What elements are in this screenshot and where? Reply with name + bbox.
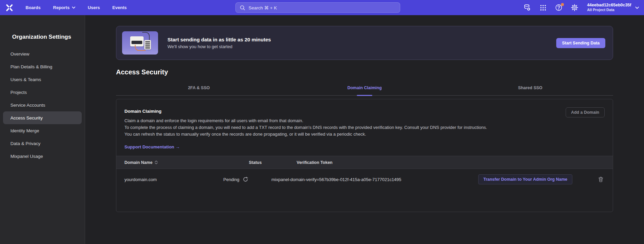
- add-domain-button[interactable]: Add a Domain: [566, 107, 605, 117]
- nav-item-label: Users: [88, 5, 100, 10]
- banner-subtitle: We'll show you how to get started: [167, 44, 271, 49]
- domains-table: Domain Name Status Verification Token yo…: [116, 156, 613, 190]
- project-switcher[interactable]: 44eebad12c65eb0c35f All Project Data: [587, 3, 639, 12]
- primary-nav: Boards Reports Users Events: [26, 5, 127, 10]
- delete-domain-button[interactable]: [598, 176, 604, 182]
- sidebar-item-users-teams[interactable]: Users & Teams: [3, 73, 82, 86]
- onboarding-banner: Start sending data in as little as 20 mi…: [116, 26, 613, 60]
- global-search-input[interactable]: Search ⌘ + K: [235, 2, 400, 13]
- nav-item-users[interactable]: Users: [88, 5, 100, 10]
- tab-domain-claiming[interactable]: Domain Claiming: [282, 85, 448, 95]
- settings-gear-icon[interactable]: [571, 4, 579, 12]
- notification-badge: [561, 3, 564, 6]
- sidebar-item-data-privacy[interactable]: Data & Privacy: [3, 137, 82, 150]
- header-label: Status: [249, 160, 262, 165]
- trash-icon: [598, 176, 604, 182]
- main-content: Start sending data in as little as 20 mi…: [85, 15, 644, 244]
- chevron-down-icon: [635, 6, 639, 9]
- project-labels: 44eebad12c65eb0c35f All Project Data: [587, 3, 631, 12]
- sidebar-title: Organization Settings: [12, 34, 85, 40]
- cell-status: Pending: [223, 177, 271, 182]
- sidebar-item-access-security[interactable]: Access Security: [3, 111, 82, 124]
- apps-grid-icon[interactable]: [539, 4, 547, 12]
- access-security-tabs: 2FA & SSO Domain Claiming Shared SSO: [116, 85, 613, 96]
- status-badge: Pending: [223, 177, 239, 182]
- refresh-icon[interactable]: [243, 177, 248, 182]
- nav-item-label: Boards: [26, 5, 41, 10]
- settings-sidebar: Organization Settings Overview Plan Deta…: [0, 15, 85, 244]
- help-icon[interactable]: [555, 4, 563, 12]
- header-verification-token: Verification Token: [271, 160, 613, 165]
- data-management-icon[interactable]: [523, 4, 531, 12]
- cell-domain-name: yourdomain.com: [116, 177, 223, 182]
- onboarding-illustration: [122, 31, 158, 55]
- header-domain-name[interactable]: Domain Name: [116, 160, 223, 165]
- card-description-3: You can refresh the status to manually v…: [124, 131, 506, 138]
- nav-item-label: Reports: [53, 5, 70, 10]
- header-label: Verification Token: [297, 160, 333, 165]
- domain-claiming-card: Domain Claiming Add a Domain Claim a dom…: [116, 99, 613, 212]
- nav-item-label: Events: [112, 5, 127, 10]
- page-title: Access Security: [116, 68, 613, 76]
- card-description-2: To complete the process of claiming a do…: [124, 124, 506, 131]
- nav-item-reports[interactable]: Reports: [53, 5, 75, 10]
- search-placeholder: Search ⌘ + K: [249, 5, 277, 10]
- sidebar-nav-list: Overview Plan Details & Billing Users & …: [0, 47, 85, 163]
- tab-2fa-sso[interactable]: 2FA & SSO: [116, 85, 282, 95]
- cell-verification-token: mixpanel-domain-verify=567b39be-012f-415…: [271, 177, 478, 182]
- table-row: yourdomain.com Pending mixpanel-domain-v…: [116, 169, 613, 190]
- nav-right-controls: 44eebad12c65eb0c35f All Project Data: [523, 0, 639, 15]
- nav-item-boards[interactable]: Boards: [26, 5, 41, 10]
- sidebar-item-overview[interactable]: Overview: [3, 47, 82, 60]
- header-status: Status: [223, 160, 271, 165]
- search-icon: [240, 5, 245, 10]
- header-label: Domain Name: [124, 160, 152, 165]
- card-title: Domain Claiming: [124, 107, 161, 114]
- tab-shared-sso[interactable]: Shared SSO: [447, 85, 613, 95]
- sort-icon: [155, 161, 158, 164]
- project-scope-label: All Project Data: [587, 8, 631, 12]
- transfer-domain-button[interactable]: Transfer Domain to Your Admin Org Name: [478, 174, 572, 184]
- mixpanel-logo-icon[interactable]: [4, 3, 14, 13]
- org-id-label: 44eebad12c65eb0c35f: [587, 3, 631, 8]
- sidebar-item-mixpanel-usage[interactable]: Mixpanel Usage: [3, 150, 82, 163]
- card-description-1: Claim a domain and enforce the login req…: [124, 117, 506, 124]
- chevron-down-icon: [72, 6, 75, 9]
- start-sending-data-button[interactable]: Start Sending Data: [556, 38, 605, 48]
- sidebar-item-projects[interactable]: Projects: [3, 86, 82, 99]
- nav-item-events[interactable]: Events: [112, 5, 127, 10]
- top-nav-bar: Boards Reports Users Events Search ⌘ + K: [0, 0, 644, 15]
- table-header-row: Domain Name Status Verification Token: [116, 156, 613, 169]
- banner-title: Start sending data in as little as 20 mi…: [167, 37, 271, 42]
- sidebar-item-identity-merge[interactable]: Identity Merge: [3, 124, 82, 137]
- sidebar-item-service-accounts[interactable]: Service Accounts: [3, 99, 82, 111]
- banner-text: Start sending data in as little as 20 mi…: [167, 37, 271, 49]
- support-documentation-link[interactable]: Support Documentation →: [124, 144, 180, 149]
- sidebar-item-plan-details-billing[interactable]: Plan Details & Billing: [3, 60, 82, 73]
